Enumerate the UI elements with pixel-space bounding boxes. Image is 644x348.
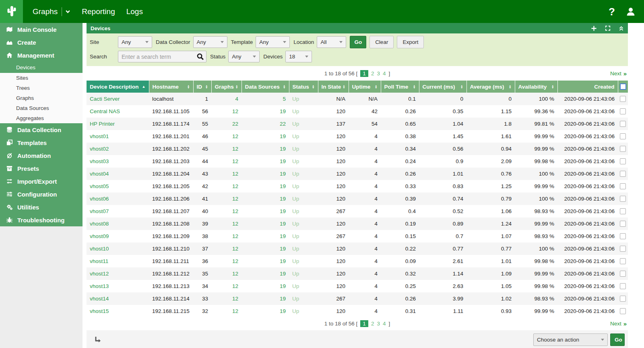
location-filter-dropdown[interactable]: All xyxy=(317,36,346,48)
cell-graphs[interactable]: 22 xyxy=(211,118,242,130)
cell-description[interactable]: vhost11 xyxy=(87,255,149,267)
next-page-link[interactable]: Next» xyxy=(610,320,626,327)
row-checkbox[interactable] xyxy=(620,296,626,302)
cell-description[interactable]: vhost12 xyxy=(87,267,149,280)
sidebar-item-trees[interactable]: Trees xyxy=(0,83,83,93)
cell-graphs[interactable]: 12 xyxy=(211,218,242,230)
page-link-3[interactable]: 3 xyxy=(377,321,380,327)
cacti-logo[interactable] xyxy=(0,0,23,23)
column-header-availability[interactable]: Availability▲▼ xyxy=(515,81,557,93)
cell-description[interactable]: vhost01 xyxy=(87,130,149,143)
sidebar-item-graphs[interactable]: Graphs xyxy=(0,93,83,103)
select-all-checkbox[interactable] xyxy=(620,83,626,90)
row-checkbox[interactable] xyxy=(620,258,626,264)
choose-action-dropdown[interactable]: Choose an action xyxy=(533,334,608,346)
sidebar-item-templates[interactable]: Templates xyxy=(0,136,83,149)
page-link-2[interactable]: 2 xyxy=(371,70,374,77)
row-checkbox[interactable] xyxy=(620,121,626,127)
fullscreen-icon[interactable] xyxy=(605,25,611,31)
column-header-status[interactable]: Status▲▼ xyxy=(289,81,318,93)
cell-data_sources[interactable]: 19 xyxy=(242,305,289,317)
cell-description[interactable]: Central NAS xyxy=(87,105,149,118)
search-icon[interactable] xyxy=(196,53,204,62)
collapse-panel-icon[interactable] xyxy=(619,26,624,31)
row-checkbox[interactable] xyxy=(620,146,626,152)
row-checkbox[interactable] xyxy=(620,158,626,164)
cell-graphs[interactable]: 12 xyxy=(211,180,242,193)
cell-description[interactable]: vhost07 xyxy=(87,205,149,218)
page-current[interactable]: 1 xyxy=(360,320,368,327)
cell-graphs[interactable]: 12 xyxy=(211,280,242,292)
cell-graphs[interactable]: 12 xyxy=(211,130,242,143)
cell-description[interactable]: vhost14 xyxy=(87,292,149,305)
column-header-graphs[interactable]: Graphs▲▼ xyxy=(211,81,242,93)
cell-graphs[interactable]: 12 xyxy=(211,143,242,155)
cell-graphs[interactable]: 12 xyxy=(211,292,242,305)
user-icon[interactable] xyxy=(625,6,636,17)
action-go-button[interactable]: Go xyxy=(610,334,625,346)
column-header-id[interactable]: ID▲▼ xyxy=(193,81,211,93)
cell-data_sources[interactable]: 19 xyxy=(242,155,289,168)
column-header-poll-time[interactable]: Poll Time▲▼ xyxy=(381,81,419,93)
template-filter-dropdown[interactable]: Any xyxy=(256,36,290,48)
page-current[interactable]: 1 xyxy=(360,70,368,77)
cell-graphs[interactable]: 12 xyxy=(211,105,242,118)
sidebar-item-data-collection[interactable]: Data Collection xyxy=(0,123,83,136)
row-checkbox[interactable] xyxy=(620,208,626,214)
go-button[interactable]: Go xyxy=(350,36,366,48)
page-link-3[interactable]: 3 xyxy=(377,70,380,77)
cell-graphs[interactable]: 12 xyxy=(211,193,242,205)
sidebar-item-sites[interactable]: Sites xyxy=(0,73,83,83)
cell-graphs[interactable]: 12 xyxy=(211,168,242,180)
cell-graphs[interactable]: 12 xyxy=(211,255,242,267)
cell-description[interactable]: vhost15 xyxy=(87,305,149,317)
tab-logs[interactable]: Logs xyxy=(121,0,149,23)
cell-description[interactable]: vhost04 xyxy=(87,168,149,180)
page-link-4[interactable]: 4 xyxy=(383,70,386,77)
row-checkbox[interactable] xyxy=(620,283,626,289)
sidebar-item-utilities[interactable]: Utilities xyxy=(0,201,83,213)
sidebar-item-presets[interactable]: Presets xyxy=(0,162,83,175)
row-checkbox[interactable] xyxy=(620,196,626,202)
cell-data_sources[interactable]: 19 xyxy=(242,143,289,155)
devices-per-page-dropdown[interactable]: 18 xyxy=(285,51,312,62)
cell-graphs[interactable]: 12 xyxy=(211,242,242,255)
row-checkbox[interactable] xyxy=(620,96,626,102)
cell-graphs[interactable]: 12 xyxy=(211,155,242,168)
cell-data_sources[interactable]: 22 xyxy=(242,118,289,130)
cell-graphs[interactable]: 12 xyxy=(211,305,242,317)
tab-reporting[interactable]: Reporting xyxy=(76,0,120,23)
cell-data_sources[interactable]: 19 xyxy=(242,267,289,280)
cell-description[interactable]: vhost05 xyxy=(87,180,149,193)
cell-data_sources[interactable]: 19 xyxy=(242,193,289,205)
chevron-down-icon[interactable] xyxy=(65,9,70,14)
column-header-device-description[interactable]: Device Description▲ xyxy=(87,81,149,93)
cell-data_sources[interactable]: 19 xyxy=(242,218,289,230)
column-header-uptime[interactable]: Uptime▲▼ xyxy=(349,81,381,93)
cell-data_sources[interactable]: 19 xyxy=(242,168,289,180)
next-page-link[interactable]: Next» xyxy=(610,70,626,77)
sidebar-item-create[interactable]: Create xyxy=(0,36,83,49)
sidebar-item-troubleshooting[interactable]: Troubleshooting xyxy=(0,213,83,226)
cell-description[interactable]: vhost13 xyxy=(87,280,149,292)
data-collector-filter-dropdown[interactable]: Any xyxy=(193,36,227,48)
cell-graphs[interactable]: 12 xyxy=(211,230,242,242)
column-header-data-sources[interactable]: Data Sources▲▼ xyxy=(242,81,289,93)
cell-data_sources[interactable]: 5 xyxy=(242,93,289,105)
column-header-created[interactable]: Created xyxy=(557,81,618,93)
row-checkbox[interactable] xyxy=(620,233,626,239)
row-checkbox[interactable] xyxy=(620,221,626,227)
sidebar-item-aggregates[interactable]: Aggregates xyxy=(0,113,83,123)
sidebar-item-import-export[interactable]: Import/Export xyxy=(0,175,83,188)
column-header-average-ms[interactable]: Average (ms)▲▼ xyxy=(466,81,515,93)
cell-description[interactable]: vhost06 xyxy=(87,193,149,205)
cell-data_sources[interactable]: 19 xyxy=(242,205,289,218)
cell-description[interactable]: HP Printer xyxy=(87,118,149,130)
page-link-4[interactable]: 4 xyxy=(383,321,386,327)
help-icon[interactable]: ? xyxy=(609,6,615,17)
row-checkbox[interactable] xyxy=(620,133,626,139)
page-link-2[interactable]: 2 xyxy=(371,321,374,327)
cell-description[interactable]: vhost10 xyxy=(87,242,149,255)
tab-graphs[interactable]: Graphs xyxy=(27,0,76,23)
cell-data_sources[interactable]: 19 xyxy=(242,130,289,143)
